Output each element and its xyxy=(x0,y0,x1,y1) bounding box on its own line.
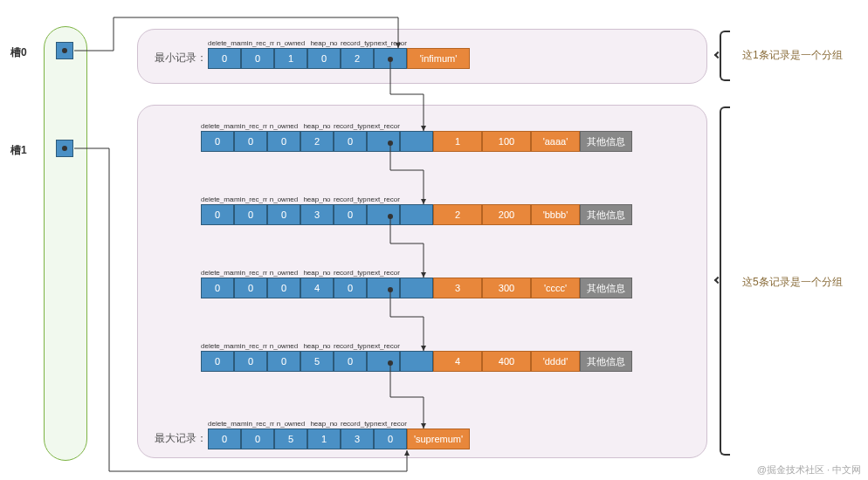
record-cells: 0 0 5 1 3 0 'supremum' xyxy=(208,429,470,449)
cell-val: 100 xyxy=(482,131,531,152)
hdr-record-type: record_type xyxy=(334,122,367,130)
cell: 0 xyxy=(234,131,267,152)
cell: 0 xyxy=(201,278,234,298)
cell: 0 xyxy=(234,351,267,372)
brace-group2 xyxy=(720,106,730,456)
hdr-min-rec-mask: min_rec_mask xyxy=(234,195,267,203)
hdr-n-owned: n_owned xyxy=(267,269,300,277)
hdr-delete-mask: delete_mask xyxy=(201,269,234,277)
cell-key: 'cccc' xyxy=(531,278,580,298)
record-headers: delete_mask min_rec_mask n_owned heap_no… xyxy=(201,269,632,277)
cell-other: 其他信息 xyxy=(580,278,632,298)
cell-next xyxy=(374,48,407,69)
slot-container xyxy=(44,26,87,461)
cell: 0 xyxy=(267,204,300,225)
record-row-supremum: delete_mask min_rec_mask n_owned heap_no… xyxy=(208,420,470,449)
cell-spacer xyxy=(400,278,433,298)
hdr-delete-mask: delete_mask xyxy=(201,342,234,350)
hdr-min-rec-mask: min_rec_mask xyxy=(234,122,267,130)
hdr-next-record: next_record xyxy=(374,39,407,47)
hdr-delete-mask: delete_mask xyxy=(208,420,241,428)
cell: 0 xyxy=(267,131,300,152)
hdr-next-record: next_record xyxy=(367,269,400,277)
cell: 0 xyxy=(234,278,267,298)
hdr-heap-no: heap_no xyxy=(300,195,334,203)
hdr-delete-mask: delete_mask xyxy=(201,122,234,130)
cell: 0 xyxy=(374,429,407,449)
cell: 0 xyxy=(267,278,300,298)
cell-spacer xyxy=(400,204,433,225)
cell-other: 其他信息 xyxy=(580,131,632,152)
hdr-delete-mask: delete_mask xyxy=(201,195,234,203)
cell: 0 xyxy=(334,131,367,152)
cell-id: 4 xyxy=(433,351,482,372)
hdr-n-owned: n_owned xyxy=(267,122,300,130)
hdr-delete-mask: delete_mask xyxy=(208,39,241,47)
hdr-n-owned: n_owned xyxy=(274,39,307,47)
hdr-record-type: record_type xyxy=(334,195,367,203)
record-headers: delete_mask min_rec_mask n_owned heap_no… xyxy=(208,420,470,428)
slot0-label: 槽0 xyxy=(10,45,27,60)
hdr-record-type: record_type xyxy=(334,342,367,350)
hdr-min-rec-mask: min_rec_mask xyxy=(234,342,267,350)
record-cells: 0 0 0 2 0 1 100 'aaaa' 其他信息 xyxy=(201,131,632,152)
record-cells: 0 0 0 4 0 3 300 'cccc' 其他信息 xyxy=(201,278,632,298)
cell: 0 xyxy=(234,204,267,225)
hdr-heap-no: heap_no xyxy=(307,39,341,47)
cell-infimum-tag: 'infimum' xyxy=(407,48,470,69)
cell-next xyxy=(367,351,400,372)
cell: 4 xyxy=(300,278,334,298)
cell: 0 xyxy=(241,48,274,69)
cell: 0 xyxy=(201,204,234,225)
record-row-3: delete_mask min_rec_mask n_owned heap_no… xyxy=(201,269,632,298)
cell: 5 xyxy=(274,429,307,449)
cell-val: 400 xyxy=(482,351,531,372)
cell-next xyxy=(367,204,400,225)
cell-val: 200 xyxy=(482,204,531,225)
slot1-dot xyxy=(62,146,67,151)
cell-spacer xyxy=(400,131,433,152)
brace-group1 xyxy=(720,31,730,81)
hdr-n-owned: n_owned xyxy=(274,420,307,428)
hdr-record-type: record_type xyxy=(334,269,367,277)
cell-spacer xyxy=(400,351,433,372)
cell-id: 3 xyxy=(433,278,482,298)
cell-id: 2 xyxy=(433,204,482,225)
record-cells: 0 0 0 5 0 4 400 'dddd' 其他信息 xyxy=(201,351,632,372)
watermark: @掘金技术社区 · 中文网 xyxy=(757,463,861,477)
slot0-dot xyxy=(62,48,67,53)
cell: 0 xyxy=(201,131,234,152)
hdr-next-record: next_record xyxy=(374,420,407,428)
cell-next xyxy=(367,131,400,152)
record-cells: 0 0 0 3 0 2 200 'bbbb' 其他信息 xyxy=(201,204,632,225)
record-headers: delete_mask min_rec_mask n_owned heap_no… xyxy=(201,122,632,130)
cell: 0 xyxy=(208,48,241,69)
cell: 0 xyxy=(334,278,367,298)
group1-label: 这1条记录是一个分组 xyxy=(742,48,843,63)
hdr-next-record: next_record xyxy=(367,195,400,203)
record-headers: delete_mask min_rec_mask n_owned heap_no… xyxy=(208,39,470,47)
cell: 0 xyxy=(201,351,234,372)
cell: 3 xyxy=(300,204,334,225)
cell: 3 xyxy=(341,429,374,449)
cell: 5 xyxy=(300,351,334,372)
hdr-next-record: next_record xyxy=(367,122,400,130)
min-record-label: 最小记录： xyxy=(155,51,207,65)
cell: 0 xyxy=(334,351,367,372)
hdr-min-rec-mask: min_rec_mask xyxy=(241,420,274,428)
cell: 1 xyxy=(307,429,341,449)
slot0-box xyxy=(56,42,73,59)
cell: 0 xyxy=(241,429,274,449)
slot1-label: 槽1 xyxy=(10,143,27,158)
record-row-4: delete_mask min_rec_mask n_owned heap_no… xyxy=(201,342,632,372)
record-cells: 0 0 1 0 2 'infimum' xyxy=(208,48,470,69)
hdr-record-type: record_type xyxy=(341,39,374,47)
cell-id: 1 xyxy=(433,131,482,152)
hdr-heap-no: heap_no xyxy=(300,122,334,130)
cell-other: 其他信息 xyxy=(580,204,632,225)
slot1-box xyxy=(56,140,73,157)
hdr-n-owned: n_owned xyxy=(267,342,300,350)
max-record-label: 最大记录： xyxy=(155,431,207,446)
record-row-infimum: delete_mask min_rec_mask n_owned heap_no… xyxy=(208,39,470,69)
record-row-2: delete_mask min_rec_mask n_owned heap_no… xyxy=(201,195,632,225)
